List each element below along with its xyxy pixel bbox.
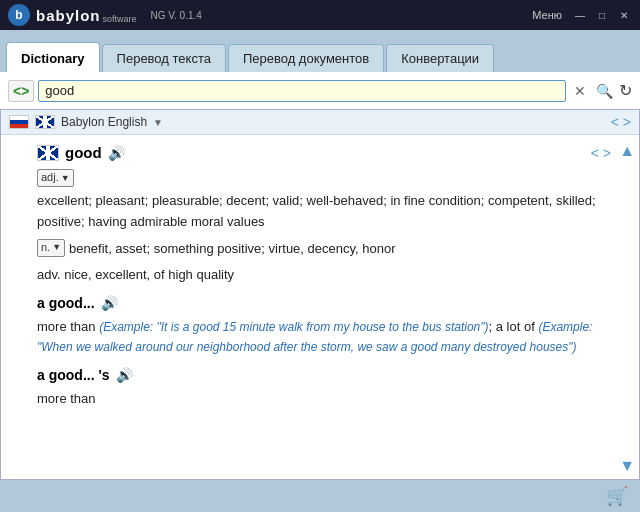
maximize-button[interactable]: □: [594, 8, 610, 22]
phrase-word-2: a good... 's: [37, 364, 110, 386]
tab-dictionary[interactable]: Dictionary: [6, 42, 100, 72]
flag-uk: [35, 115, 55, 129]
titlebar: b babylon software NG V. 0.1.4 Меню — □ …: [0, 0, 640, 30]
titlebar-right: Меню — □ ✕: [528, 7, 632, 23]
tab-doc-translate[interactable]: Перевод документов: [228, 44, 384, 72]
logo-sub: software: [103, 14, 137, 24]
version-label: NG V. 0.1.4: [151, 10, 202, 21]
tab-convert[interactable]: Конвертации: [386, 44, 494, 72]
search-input[interactable]: [38, 80, 566, 102]
logo-text: babylon: [36, 7, 101, 24]
pos-block-adj: adj.▼ excellent; pleasant; pleasurable; …: [37, 169, 611, 233]
main-content: Babylon English ▼ < > ▲ + good 🔊 < > adj…: [0, 110, 640, 480]
titlebar-left: b babylon software NG V. 0.1.4: [8, 4, 202, 26]
scroll-down-button[interactable]: ▼: [619, 457, 635, 475]
entry-content: + good 🔊 < > adj.▼ excellent; pleasant; …: [1, 135, 639, 479]
adj-definition: excellent; pleasant; pleasurable; decent…: [37, 191, 611, 233]
n-definition: benefit, asset; something positive; virt…: [69, 239, 395, 260]
entry-nav-arrows[interactable]: < >: [591, 142, 611, 164]
menu-button[interactable]: Меню: [528, 7, 566, 23]
search-button[interactable]: 🔍: [594, 83, 615, 99]
phrase-example-1: more than (Example: "It is a good 15 min…: [37, 317, 611, 359]
phrase-sound-button-1[interactable]: 🔊: [101, 292, 118, 314]
pos-tag-n[interactable]: n.▼: [37, 239, 65, 257]
tab-text-translate[interactable]: Перевод текста: [102, 44, 226, 72]
phrase-word-1: a good...: [37, 292, 95, 314]
search-bar: <> ✕ 🔍 ↻: [0, 72, 640, 110]
code-toggle-button[interactable]: <>: [8, 80, 34, 102]
pos-block-n: n.▼ benefit, asset; something positive; …: [37, 239, 611, 260]
phrase-example-2: more than: [37, 389, 611, 410]
phrase-sound-button-2[interactable]: 🔊: [116, 364, 133, 386]
entry-flag: [37, 145, 59, 161]
dict-source-bar: Babylon English ▼ < >: [1, 110, 639, 135]
pos-tag-adj[interactable]: adj.▼: [37, 169, 74, 187]
phrase-line-1: a good... 🔊: [37, 292, 611, 314]
dictionary-name: Babylon English: [61, 115, 147, 129]
bottom-bar: 🛒: [0, 480, 640, 512]
reload-button[interactable]: ↻: [619, 81, 632, 100]
flag-russian: [9, 115, 29, 129]
entry-word: good: [65, 141, 102, 165]
search-clear-button[interactable]: ✕: [570, 83, 590, 99]
adv-line: adv. nice, excellent, of high quality: [37, 265, 611, 286]
tabs-bar: Dictionary Перевод текста Перевод докуме…: [0, 30, 640, 72]
logo-icon: b: [8, 4, 30, 26]
close-button[interactable]: ✕: [616, 8, 632, 22]
dictionary-dropdown[interactable]: ▼: [153, 117, 163, 128]
cart-button[interactable]: 🛒: [606, 485, 628, 507]
phrase-line-2: a good... 's 🔊: [37, 364, 611, 386]
minimize-button[interactable]: —: [572, 8, 588, 22]
example-italic-1a: (Example: "It is a good 15 minute walk f…: [99, 320, 488, 334]
sound-button[interactable]: 🔊: [108, 142, 125, 164]
nav-arrows[interactable]: < >: [611, 114, 631, 130]
entry-word-line: good 🔊 < >: [37, 141, 611, 165]
